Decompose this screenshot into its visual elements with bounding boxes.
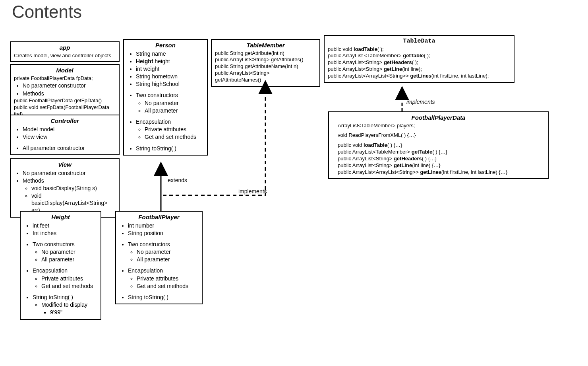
box-football-player-data: FootballPlayerData ArrayList<TableMember… (328, 111, 549, 179)
box-table-data: TableData public void loadTable( ); publ… (324, 35, 514, 83)
page-title: Contents (12, 2, 82, 22)
text: Modified to display (41, 301, 97, 308)
text: public void loadTable( ); (328, 46, 511, 53)
box-height: Height int feet Int inches Two construct… (20, 211, 101, 320)
text: Height height (136, 58, 204, 65)
text: Get and set methods (41, 282, 97, 290)
text: String toString( ) (136, 145, 204, 152)
text: public ArrayList <TableMember> getTable(… (328, 53, 511, 59)
text: public ArrayList<ArrayList<String>> getL… (328, 73, 511, 80)
text: Methods (23, 177, 116, 184)
box-table-member-title: TableMember (215, 41, 316, 49)
text: Int inches (33, 230, 97, 237)
text: All parameter constructor (23, 144, 116, 152)
text: String name (136, 50, 204, 57)
box-table-data-title: TableData (328, 37, 511, 45)
text: String toString( ) (128, 294, 199, 301)
text: String position (128, 230, 199, 237)
text: View view (23, 133, 116, 140)
text: public ArrayList<ArrayList<String>> getL… (338, 169, 545, 176)
text: Methods (23, 90, 116, 97)
text: Model model (23, 126, 116, 133)
text: No parameter (145, 99, 204, 107)
box-model-title: Model (14, 66, 116, 74)
text: public ArrayList<String> getAttributeNam… (215, 70, 316, 84)
box-view-title: View (14, 161, 116, 169)
box-person: Person String name Height height int wei… (123, 39, 208, 156)
text: int number (128, 222, 199, 229)
text: String highSchool (136, 80, 204, 88)
text: No parameter (137, 248, 199, 255)
text: Private attributes (137, 275, 199, 282)
box-app: app Creates model, view and controller o… (10, 41, 120, 62)
text: No parameter (41, 248, 97, 255)
box-model: Model private FootballPlayerData fpData;… (10, 64, 120, 121)
text: height (153, 58, 170, 64)
text: No parameter constructor (23, 169, 116, 177)
box-app-title: app (14, 44, 116, 52)
text: int feet (33, 222, 97, 229)
text: ArrayList<TableMember> players; (338, 123, 545, 129)
label-extends: extends (167, 177, 188, 183)
text: Encapsulation (33, 267, 97, 274)
text: Height (136, 58, 153, 64)
box-app-desc: Creates model, view and controller objec… (14, 53, 116, 59)
text: public FootballPlayerData getFpData() (14, 97, 116, 104)
text: Private attributes (41, 275, 97, 282)
box-view: View No parameter constructor Methods vo… (10, 158, 120, 218)
text: Encapsulation (136, 118, 204, 125)
label-implements: implements (406, 99, 436, 105)
text: Two constructors (136, 92, 204, 99)
box-height-title: Height (24, 213, 97, 221)
box-fp-data-title: FootballPlayerData (332, 114, 545, 122)
text: No parameter constructor (23, 82, 116, 89)
text: private FootballPlayerData fpData; (14, 75, 116, 82)
text: public ArrayList<String> getLine(int lin… (328, 66, 511, 73)
text: public String getAttributeName(int n) (215, 63, 316, 70)
text: public ArrayList<String> getHeaders( ); (328, 59, 511, 66)
box-football-player: FootballPlayer int number String positio… (115, 211, 203, 304)
text: Get and set methods (145, 133, 204, 140)
text: String toString( ) (33, 294, 97, 301)
text: All parameter (137, 256, 199, 263)
text: Get and set methods (137, 282, 199, 290)
box-person-title: Person (127, 41, 204, 49)
text: public ArrayList<TableMember> getTable( … (338, 149, 545, 156)
text: Encapsulation (128, 267, 199, 274)
text: void basicDisplay(String s) (31, 185, 116, 192)
box-table-member: TableMember public String getAttribute(i… (211, 39, 320, 87)
text: void ReadPlayersFromXML( ) {…} (338, 132, 545, 139)
box-controller-title: Controller (14, 117, 116, 125)
text: public String getAttribute(int n) (215, 50, 316, 57)
diagram-canvas: Contents app Creates model, view and con… (0, 0, 588, 366)
text: Two constructors (128, 241, 199, 248)
text: All parameter (145, 107, 204, 114)
box-football-player-title: FootballPlayer (119, 213, 199, 221)
text: public void loadTable( ) {…} (338, 142, 545, 149)
text: public ArrayList<String> getHeaders( ) {… (338, 156, 545, 162)
box-controller: Controller Model model View view All par… (10, 115, 120, 155)
text: int weight (136, 65, 204, 72)
text: Private attributes (145, 126, 204, 133)
text: public ArrayList<String> getLine(int lin… (338, 162, 545, 169)
text: 9'99" (50, 309, 97, 316)
text: All parameter (41, 256, 97, 263)
label-implements: implements (238, 188, 268, 195)
text: Two constructors (33, 241, 97, 248)
text: public ArrayList<String> getAttributes() (215, 56, 316, 63)
text: String hometown (136, 73, 204, 80)
